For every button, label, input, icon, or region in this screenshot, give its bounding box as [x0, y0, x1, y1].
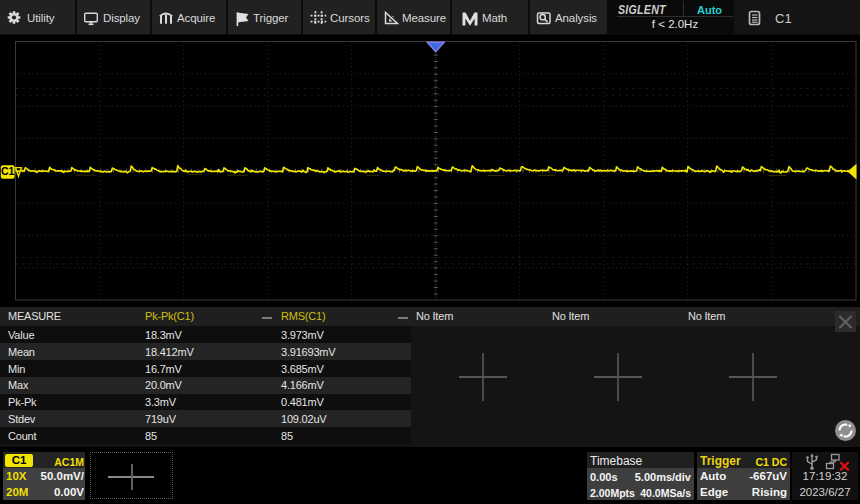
svg-text:C1: C1	[1, 165, 15, 177]
